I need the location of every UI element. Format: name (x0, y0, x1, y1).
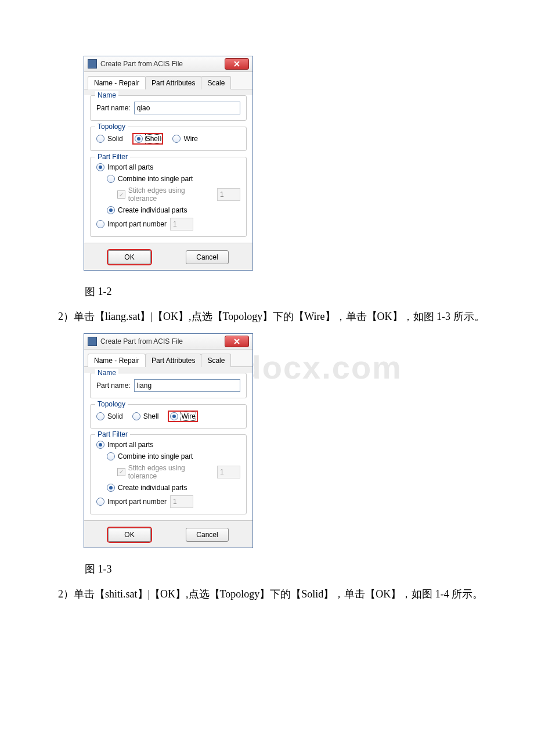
create-part-dialog-1: Create Part from ACIS File Name - Repair… (84, 56, 253, 271)
dialog-body: Name Part name: liang Topology Solid She… (84, 373, 252, 520)
topology-group-title: Topology (95, 400, 128, 408)
stitch-label: Stitch edges using tolerance (128, 186, 214, 203)
radio-create-individual[interactable]: Create individual parts (107, 484, 187, 492)
radio-icon (107, 206, 115, 214)
name-group-title: Name (95, 91, 118, 99)
stitch-label: Stitch edges using tolerance (128, 464, 214, 480)
close-icon (234, 61, 240, 67)
radio-solid-label: Solid (107, 412, 123, 420)
radio-icon (107, 175, 115, 183)
figure-caption-1-2: 图 1-2 (85, 285, 497, 298)
tab-scale[interactable]: Scale (201, 354, 231, 367)
part-name-label: Part name: (96, 104, 131, 112)
topology-group-title: Topology (95, 123, 128, 131)
radio-solid-label: Solid (107, 135, 123, 143)
tab-part-attributes[interactable]: Part Attributes (145, 354, 201, 367)
cancel-button[interactable]: Cancel (186, 250, 229, 264)
radio-solid[interactable]: Solid (96, 412, 123, 420)
close-icon (234, 339, 240, 344)
radio-icon (107, 452, 115, 460)
stitch-tolerance-input: 1 (217, 466, 240, 478)
figure-caption-1-3: 图 1-3 (85, 562, 497, 576)
radio-icon (135, 135, 143, 143)
radio-shell-label: Shell (146, 135, 161, 143)
radio-shell[interactable]: Shell (135, 135, 161, 143)
create-part-dialog-2: Create Part from ACIS File Name - Repair… (84, 333, 253, 548)
radio-import-all[interactable]: Import all parts (96, 163, 153, 171)
radio-icon (96, 441, 104, 449)
dialog-button-bar: OK Cancel (84, 520, 252, 548)
radio-combine[interactable]: Combine into single part (107, 452, 193, 460)
combine-label: Combine into single part (118, 175, 193, 183)
import-number-input: 1 (170, 495, 193, 508)
close-button[interactable] (225, 58, 249, 70)
radio-icon (96, 163, 104, 171)
checkbox-stitch: ✓Stitch edges using tolerance (117, 464, 214, 480)
dialog-tabs: Name - Repair Part Attributes Scale (84, 72, 252, 89)
radio-shell[interactable]: Shell (132, 412, 159, 420)
topology-group: Topology Solid Shell Wire (90, 404, 247, 429)
radio-solid[interactable]: Solid (96, 135, 123, 143)
ok-button[interactable]: OK (108, 528, 151, 542)
name-group-title: Name (95, 369, 118, 377)
dialog-body: Name Part name: qiao Topology Solid Shel… (84, 95, 252, 243)
import-all-label: Import all parts (107, 441, 153, 449)
dialog-titlebar: Create Part from ACIS File (84, 334, 252, 350)
radio-icon (107, 484, 115, 492)
radio-import-number[interactable]: Import part number (96, 498, 167, 506)
radio-wire-label: Wire (181, 412, 196, 420)
radio-combine[interactable]: Combine into single part (107, 175, 193, 183)
radio-wire[interactable]: Wire (170, 412, 196, 420)
checkbox-icon: ✓ (117, 190, 125, 199)
radio-wire[interactable]: Wire (172, 135, 198, 143)
tab-scale[interactable]: Scale (201, 76, 231, 89)
tab-name-repair[interactable]: Name - Repair (88, 76, 146, 89)
tab-part-attributes[interactable]: Part Attributes (145, 76, 201, 89)
combine-label: Combine into single part (118, 452, 193, 460)
close-button[interactable] (225, 336, 249, 347)
name-group: Name Part name: qiao (90, 95, 247, 121)
checkbox-icon: ✓ (117, 468, 125, 476)
name-group: Name Part name: liang (90, 373, 247, 398)
app-icon (88, 59, 97, 69)
paragraph-step-liang: 2）单击【liang.sat】|【OK】,点选【Topology】下的【Wire… (37, 309, 497, 325)
import-number-label: Import part number (107, 498, 167, 506)
highlight-wire: Wire (168, 411, 198, 422)
radio-import-all[interactable]: Import all parts (96, 441, 153, 449)
dialog-button-bar: OK Cancel (84, 243, 252, 270)
part-name-label: Part name: (96, 381, 131, 390)
radio-shell-label: Shell (143, 412, 159, 420)
app-icon (88, 337, 97, 346)
import-all-label: Import all parts (107, 163, 153, 171)
cancel-button[interactable]: Cancel (186, 528, 229, 542)
part-filter-group: Part Filter Import all parts Combine int… (90, 157, 247, 237)
part-filter-title: Part Filter (95, 153, 130, 161)
dialog-title: Create Part from ACIS File (100, 60, 225, 68)
dialog-title: Create Part from ACIS File (100, 337, 225, 345)
radio-icon (132, 412, 140, 420)
part-name-input[interactable]: liang (134, 379, 240, 392)
dialog-titlebar: Create Part from ACIS File (84, 56, 252, 72)
highlight-shell: Shell (132, 133, 164, 145)
part-name-input[interactable]: qiao (134, 102, 240, 114)
radio-import-number[interactable]: Import part number (96, 220, 167, 228)
part-filter-title: Part Filter (95, 430, 130, 438)
checkbox-stitch: ✓Stitch edges using tolerance (117, 186, 214, 203)
stitch-tolerance-input: 1 (217, 188, 240, 201)
radio-create-individual[interactable]: Create individual parts (107, 206, 187, 214)
import-number-input: 1 (170, 218, 193, 231)
tab-name-repair[interactable]: Name - Repair (88, 354, 146, 367)
radio-icon (170, 412, 178, 420)
part-filter-group: Part Filter Import all parts Combine int… (90, 434, 247, 514)
ok-button[interactable]: OK (108, 250, 151, 264)
radio-icon (172, 135, 181, 143)
radio-icon (96, 498, 104, 506)
create-individual-label: Create individual parts (118, 206, 187, 214)
dialog-tabs: Name - Repair Part Attributes Scale (84, 350, 252, 367)
radio-icon (96, 220, 104, 228)
topology-group: Topology Solid Shell Wire (90, 127, 247, 151)
create-individual-label: Create individual parts (118, 484, 187, 492)
radio-wire-label: Wire (183, 135, 198, 143)
paragraph-step-shiti: 2）单击【shiti.sat】|【OK】,点选【Topology】下的【Soli… (37, 586, 497, 603)
radio-icon (96, 135, 104, 143)
